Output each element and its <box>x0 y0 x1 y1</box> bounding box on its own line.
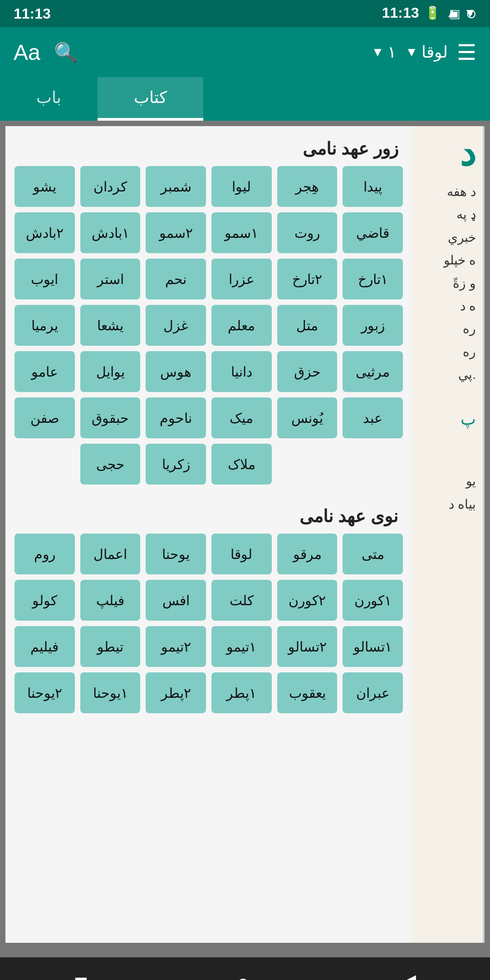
empty-cell <box>15 444 75 485</box>
book-selector[interactable]: لوقا ▼ <box>405 43 448 62</box>
list-item[interactable]: ایوب <box>15 259 75 299</box>
list-item[interactable]: صفن <box>15 397 75 438</box>
list-item[interactable]: عبد <box>343 397 403 438</box>
chapter-selector[interactable]: ۱ ▼ <box>372 43 397 62</box>
list-item[interactable]: لوقا <box>211 534 272 574</box>
book-name: لوقا <box>421 43 448 62</box>
list-item[interactable]: حبقوق <box>80 397 141 438</box>
empty-cell <box>277 444 338 485</box>
list-item[interactable]: مرثیی <box>343 351 403 392</box>
wifi-icon: ▼ <box>464 6 476 20</box>
signal-icon: ▲ <box>446 6 459 20</box>
battery-icon: 🔋 <box>425 5 441 20</box>
list-item[interactable]: ۱بادش <box>80 212 141 253</box>
chapter-dropdown-icon: ▼ <box>372 45 384 59</box>
list-item[interactable]: قاضي <box>343 212 403 253</box>
toolbar-left: Aa 🔍 <box>14 40 78 65</box>
list-item[interactable]: مرقو <box>277 534 338 574</box>
list-item[interactable]: روت <box>277 212 338 253</box>
recent-apps-button[interactable]: ■ <box>74 969 88 980</box>
list-item[interactable]: تیطو <box>80 626 141 667</box>
list-item[interactable]: افس <box>146 580 206 621</box>
status-bar: ⊙ ▣ 11:13 ▼ ▲ 🔋 11:13 <box>0 0 490 27</box>
list-item[interactable]: ۱یوحنا <box>80 672 141 713</box>
status-time: 11:13 <box>14 5 51 22</box>
list-item[interactable]: عزرا <box>211 259 272 299</box>
list-item[interactable]: زکریا <box>146 444 206 485</box>
list-item[interactable]: هِجر <box>277 166 338 207</box>
tab-kitab[interactable]: کتاب <box>98 77 203 121</box>
nav-bar: ◀ ● ■ <box>0 957 490 980</box>
list-item[interactable]: یشو <box>15 166 75 207</box>
list-item[interactable]: حجی <box>80 444 141 485</box>
list-item[interactable]: فیلیم <box>15 626 75 667</box>
chapter-number: ۱ <box>387 43 396 62</box>
list-item[interactable]: ۱تارخ <box>343 259 403 299</box>
list-item[interactable]: اعمال <box>80 534 141 574</box>
list-item[interactable]: نحم <box>146 259 206 299</box>
list-item[interactable]: ۲تسالو <box>277 626 338 667</box>
list-item[interactable]: پیدا <box>343 166 403 207</box>
list-item[interactable]: یوحنا <box>146 534 206 574</box>
list-item[interactable]: غزل <box>146 305 206 346</box>
list-item[interactable]: هوس <box>146 351 206 392</box>
tab-bar: کتاب باب <box>0 77 490 121</box>
list-item[interactable]: روم <box>15 534 75 574</box>
list-item[interactable]: ۲سمو <box>146 212 206 253</box>
old-testament-title: زور عهد نامی <box>5 126 412 166</box>
search-button[interactable]: 🔍 <box>54 41 78 64</box>
list-item[interactable]: لیوا <box>211 166 272 207</box>
list-item[interactable]: یُونس <box>277 397 338 438</box>
list-item[interactable]: استر <box>80 259 141 299</box>
list-item[interactable]: یرمیا <box>15 305 75 346</box>
list-item[interactable]: یعقوب <box>277 672 338 713</box>
list-item[interactable]: یوایل <box>80 351 141 392</box>
list-item[interactable]: کردان <box>80 166 141 207</box>
list-item[interactable]: ۲تارخ <box>277 259 338 299</box>
list-item[interactable]: حزق <box>277 351 338 392</box>
time-display: 11:13 <box>382 5 419 21</box>
list-item[interactable]: ناحوم <box>146 397 206 438</box>
list-item[interactable]: دانیا <box>211 351 272 392</box>
toolbar: Aa 🔍 ☰ لوقا ▼ ۱ ▼ <box>0 27 490 77</box>
status-right-icons: ▼ ▲ 🔋 11:13 <box>382 5 476 21</box>
list-item[interactable]: ۱تیمو <box>211 626 272 667</box>
list-item[interactable]: ۲پطر <box>146 672 206 713</box>
sidebar-big-letter: د <box>419 135 476 172</box>
book-dropdown-icon: ▼ <box>405 45 418 59</box>
old-testament-grid: پیدا هِجر لیوا شمبر کردان یشو قاضي روت ۱… <box>5 166 412 494</box>
list-item[interactable]: ۲بادش <box>15 212 75 253</box>
list-item[interactable]: شمبر <box>146 166 206 207</box>
list-item[interactable]: ملاک <box>211 444 272 485</box>
font-size-button[interactable]: Aa <box>14 40 40 65</box>
back-button[interactable]: ◀ <box>398 969 416 980</box>
home-button[interactable]: ● <box>236 969 250 980</box>
list-item[interactable]: یشعا <box>80 305 141 346</box>
list-item[interactable]: میک <box>211 397 272 438</box>
main-content: د د هفه ډ په خبري ه خپلو و زةً ه د ره ره… <box>5 126 485 943</box>
list-item[interactable]: فیلپ <box>80 580 141 621</box>
toolbar-right: ☰ لوقا ▼ ۱ ▼ <box>372 39 476 65</box>
tab-bab[interactable]: باب <box>0 77 98 121</box>
empty-cell <box>343 444 403 485</box>
list-item[interactable]: ۲یوحنا <box>15 672 75 713</box>
list-item[interactable]: ۲کورن <box>277 580 338 621</box>
list-item[interactable]: ۱کورن <box>343 580 403 621</box>
list-item[interactable]: ۱سمو <box>211 212 272 253</box>
list-item[interactable]: ۱پطر <box>211 672 272 713</box>
list-item[interactable]: عامو <box>15 351 75 392</box>
list-item[interactable]: معلم <box>211 305 272 346</box>
menu-button[interactable]: ☰ <box>457 39 476 65</box>
book-panel: زور عهد نامی پیدا هِجر لیوا شمبر کردان ی… <box>5 126 412 943</box>
list-item[interactable]: عبران <box>343 672 403 713</box>
list-item[interactable]: متی <box>343 534 403 574</box>
list-item[interactable]: کلت <box>211 580 272 621</box>
list-item[interactable]: متل <box>277 305 338 346</box>
list-item[interactable]: ۱تسالو <box>343 626 403 667</box>
list-item[interactable]: زبور <box>343 305 403 346</box>
sidebar-text-content: د هفه ډ په خبري ه خپلو و زةً ه د ره ره .… <box>419 181 476 516</box>
new-testament-grid: متی مرقو لوقا یوحنا اعمال روم ۱کورن ۲کور… <box>5 534 412 722</box>
list-item[interactable]: ۲تیمو <box>146 626 206 667</box>
list-item[interactable]: کولو <box>15 580 75 621</box>
new-testament-title: نوی عهد نامی <box>5 494 412 534</box>
